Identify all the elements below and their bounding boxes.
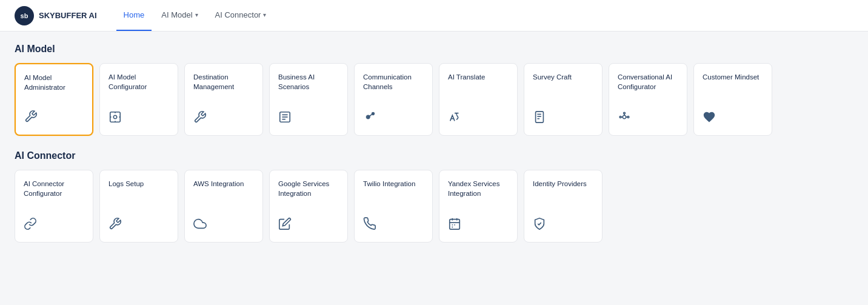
- main-nav: Home AI Model ▾ AI Connector ▾: [116, 0, 274, 31]
- card-label: AWS Integration: [193, 179, 254, 189]
- configurator-icon: [109, 110, 169, 127]
- card-label: Yandex Services Integration: [448, 179, 509, 198]
- card-google-services[interactable]: Google Services Integration: [269, 170, 348, 243]
- svg-point-15: [624, 112, 626, 114]
- card-label: Google Services Integration: [278, 179, 339, 198]
- card-destination-management[interactable]: Destination Management: [184, 63, 263, 136]
- card-ai-model-administrator[interactable]: AI Model Administrator: [15, 63, 93, 136]
- svg-point-17: [619, 116, 621, 118]
- svg-point-7: [372, 113, 375, 115]
- survey-icon: [533, 110, 593, 127]
- card-logs-setup[interactable]: Logs Setup: [99, 170, 178, 243]
- main-content: AI Model AI Model Administrator AI Model…: [0, 32, 868, 269]
- shield-icon: [533, 217, 593, 233]
- brand-name: SKYBUFFER AI: [39, 11, 97, 20]
- connector-icon: [24, 217, 84, 233]
- logs-icon: [109, 217, 169, 233]
- conversational-icon: [618, 110, 678, 127]
- card-survey-craft[interactable]: Survey Craft: [524, 63, 603, 136]
- chevron-down-icon: ▾: [195, 12, 198, 18]
- ai-connector-section-title: AI Connector: [15, 150, 853, 161]
- card-label: Customer Mindset: [703, 72, 763, 82]
- list-icon: [278, 110, 339, 127]
- ai-connector-cards: AI Connector Configurator Logs Setup AWS…: [15, 170, 853, 243]
- card-label: Logs Setup: [109, 179, 169, 189]
- card-identity-providers[interactable]: Identity Providers: [524, 170, 603, 243]
- heart-icon: [703, 110, 763, 127]
- svg-line-9: [369, 114, 372, 116]
- card-ai-translate[interactable]: AI Translate: [439, 63, 518, 136]
- card-label: Communication Channels: [363, 72, 424, 92]
- card-label: AI Model Administrator: [24, 73, 84, 92]
- chevron-down-icon: ▾: [263, 12, 266, 18]
- logo-area: sb SKYBUFFER AI: [15, 6, 97, 25]
- card-communication-channels[interactable]: Communication Channels: [354, 63, 433, 136]
- channels-icon: [363, 110, 424, 127]
- card-twilio-integration[interactable]: Twilio Integration: [354, 170, 433, 243]
- card-aws-integration[interactable]: AWS Integration: [184, 170, 263, 243]
- card-customer-mindset[interactable]: Customer Mindset: [693, 63, 772, 136]
- ai-model-section-title: AI Model: [15, 44, 853, 55]
- ai-model-cards: AI Model Administrator AI Model Configur…: [15, 63, 853, 136]
- svg-rect-0: [110, 112, 121, 122]
- edit-icon: [278, 217, 339, 233]
- nav-ai-connector[interactable]: AI Connector ▾: [208, 0, 274, 31]
- phone-icon: [363, 217, 424, 233]
- card-label: Twilio Integration: [363, 179, 424, 189]
- cloud-icon: [193, 217, 254, 233]
- card-label: Destination Management: [193, 72, 254, 92]
- svg-point-14: [623, 115, 626, 119]
- card-label: Conversational AI Configurator: [618, 72, 678, 92]
- card-label: AI Connector Configurator: [24, 179, 84, 198]
- svg-rect-10: [536, 112, 544, 122]
- wrench-icon: [24, 110, 84, 126]
- card-label: Identity Providers: [533, 179, 593, 189]
- nav-ai-model[interactable]: AI Model ▾: [154, 0, 205, 31]
- card-business-ai-scenarios[interactable]: Business AI Scenarios: [269, 63, 348, 136]
- card-label: AI Model Configurator: [109, 72, 169, 92]
- card-label: Business AI Scenarios: [278, 72, 339, 92]
- translate-icon: [448, 110, 509, 127]
- svg-point-8: [367, 116, 369, 118]
- plug-icon: [193, 110, 254, 127]
- svg-rect-21: [450, 220, 460, 230]
- card-conversational-ai[interactable]: Conversational AI Configurator: [609, 63, 687, 136]
- card-ai-connector-configurator[interactable]: AI Connector Configurator: [15, 170, 93, 243]
- nav-home[interactable]: Home: [116, 0, 152, 31]
- header: sb SKYBUFFER AI Home AI Model ▾ AI Conne…: [0, 0, 868, 32]
- logo-icon: sb: [15, 6, 34, 25]
- card-label: Survey Craft: [533, 72, 593, 82]
- card-ai-model-configurator[interactable]: AI Model Configurator: [99, 63, 178, 136]
- svg-point-1: [113, 115, 117, 119]
- svg-point-16: [627, 116, 629, 118]
- calendar-icon: [448, 217, 509, 233]
- card-label: AI Translate: [448, 72, 509, 82]
- card-yandex-services[interactable]: Yandex Services Integration: [439, 170, 518, 243]
